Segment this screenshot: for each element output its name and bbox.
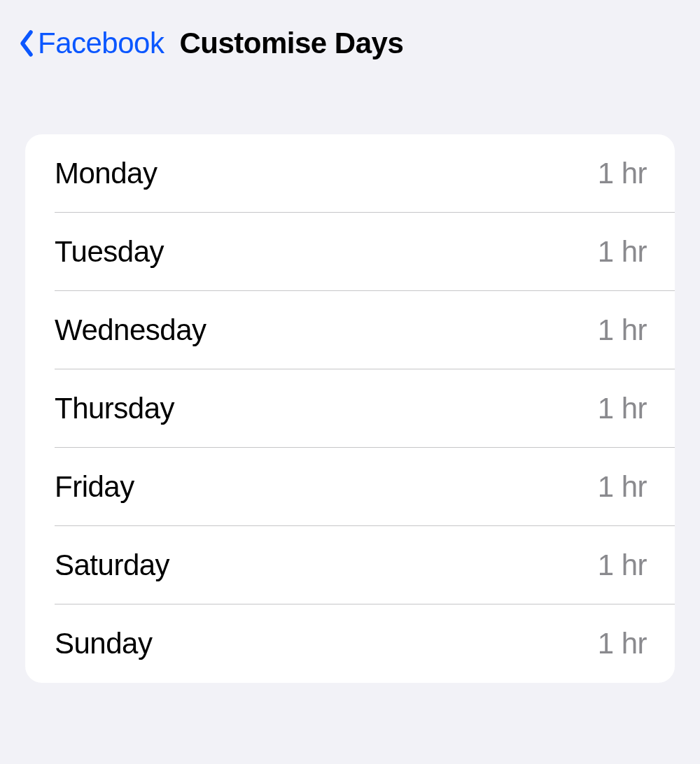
day-label: Friday xyxy=(55,470,134,504)
day-value: 1 hr xyxy=(598,235,647,269)
day-label: Tuesday xyxy=(55,235,164,269)
day-label: Sunday xyxy=(55,627,152,660)
day-label: Saturday xyxy=(55,549,169,582)
day-row-sunday[interactable]: Sunday 1 hr xyxy=(25,604,675,683)
day-row-thursday[interactable]: Thursday 1 hr xyxy=(25,369,675,448)
day-label: Wednesday xyxy=(55,313,206,347)
chevron-left-icon xyxy=(17,28,36,59)
back-button[interactable]: Facebook xyxy=(17,27,164,60)
back-label: Facebook xyxy=(38,27,164,60)
day-row-wednesday[interactable]: Wednesday 1 hr xyxy=(25,291,675,369)
day-row-friday[interactable]: Friday 1 hr xyxy=(25,448,675,526)
day-value: 1 hr xyxy=(598,157,647,190)
days-list: Monday 1 hr Tuesday 1 hr Wednesday 1 hr … xyxy=(25,134,675,683)
day-row-monday[interactable]: Monday 1 hr xyxy=(25,134,675,213)
day-label: Monday xyxy=(55,157,157,190)
day-value: 1 hr xyxy=(598,313,647,347)
day-value: 1 hr xyxy=(598,470,647,504)
page-title: Customise Days xyxy=(179,27,403,60)
day-row-tuesday[interactable]: Tuesday 1 hr xyxy=(25,213,675,291)
day-value: 1 hr xyxy=(598,627,647,660)
day-value: 1 hr xyxy=(598,392,647,425)
day-value: 1 hr xyxy=(598,549,647,582)
day-label: Thursday xyxy=(55,392,174,425)
nav-bar: Facebook Customise Days xyxy=(0,0,700,87)
day-row-saturday[interactable]: Saturday 1 hr xyxy=(25,526,675,604)
